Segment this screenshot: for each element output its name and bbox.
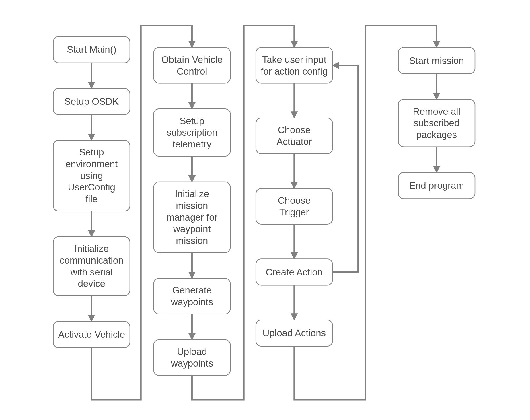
flow-node-label: Obtain Vehicle (161, 54, 223, 65)
flow-node: Initializecommunicationwith serialdevice (53, 237, 130, 296)
flow-node-label: waypoint (173, 223, 211, 234)
flow-node-label: waypoints (171, 297, 213, 307)
flow-node: Upload Actions (256, 320, 332, 346)
flow-node-label: mission (176, 235, 208, 246)
flow-node-label: Control (177, 66, 207, 77)
svg-rect-12 (256, 188, 332, 224)
flow-node-label: Start Main() (67, 44, 116, 55)
flow-node: Setup OSDK (53, 88, 130, 115)
flow-node-label: subscribed (414, 118, 459, 128)
flow-node-label: Choose (278, 125, 311, 135)
flow-node: Take user inputfor action config (256, 47, 332, 83)
flow-node-label: communication (60, 255, 123, 266)
flow-node-label: Upload (177, 346, 207, 357)
flow-node-label: Upload Actions (263, 328, 326, 338)
flow-node-label: mission (176, 200, 208, 211)
flow-node: Create Action (256, 259, 332, 285)
flow-node-label: Trigger (279, 207, 309, 217)
svg-rect-9 (154, 340, 230, 376)
flowchart-diagram: Start Main()Setup OSDKSetupenvironmentus… (0, 0, 530, 420)
flow-node-label: Setup OSDK (65, 96, 119, 107)
svg-rect-5 (154, 47, 230, 83)
flow-node: Remove allsubscribedpackages (398, 99, 475, 147)
flow-node: SetupenvironmentusingUserConfigfile (53, 140, 130, 211)
flow-node-label: Choose (278, 195, 311, 206)
flow-node: Initializemissionmanager forwaypointmiss… (154, 182, 230, 253)
flow-node-label: Generate (172, 285, 212, 295)
flow-node-label: Setup (79, 147, 104, 158)
flow-node-label: packages (416, 129, 457, 140)
flow-node-label: with serial (70, 267, 113, 277)
svg-rect-8 (154, 278, 230, 314)
flow-node-label: waypoints (171, 358, 213, 369)
flow-node-label: Start mission (409, 55, 464, 66)
flow-node-label: Setup (180, 116, 204, 126)
flow-node-label: subscription (167, 127, 217, 138)
flow-node: End program (398, 172, 475, 199)
flow-node-label: Create Action (266, 267, 323, 277)
flow-node: Obtain VehicleControl (154, 47, 230, 83)
flow-node-label: manager for (166, 212, 217, 223)
flow-node: Start Main() (53, 36, 130, 63)
flow-node-label: UserConfig (68, 182, 115, 192)
flow-node-label: End program (409, 180, 464, 191)
svg-rect-10 (256, 47, 332, 83)
flow-node-label: Initialize (75, 243, 109, 254)
flow-node-label: Take user input (262, 54, 326, 65)
flow-node: ChooseTrigger (256, 188, 332, 224)
svg-rect-11 (256, 118, 332, 154)
flow-node: Generatewaypoints (154, 278, 230, 314)
flow-node: Start mission (398, 47, 475, 74)
flow-node: ChooseActuator (256, 118, 332, 154)
flow-node-label: using (80, 170, 103, 181)
flow-node-label: Actuator (276, 136, 312, 147)
flow-node: Activate Vehicle (53, 321, 130, 348)
flow-node-label: for action config (261, 66, 328, 77)
flow-node-label: file (85, 194, 98, 204)
flow-node-label: Initialize (175, 188, 209, 199)
flow-node: Uploadwaypoints (154, 340, 230, 376)
flow-node-label: Remove all (413, 106, 460, 117)
flow-loop (333, 65, 358, 272)
flow-node-label: telemetry (172, 139, 211, 149)
flow-node-label: device (78, 278, 105, 289)
flow-node-label: Activate Vehicle (58, 329, 125, 340)
flow-node-label: environment (65, 159, 118, 169)
flow-node: Setupsubscriptiontelemetry (154, 109, 230, 156)
